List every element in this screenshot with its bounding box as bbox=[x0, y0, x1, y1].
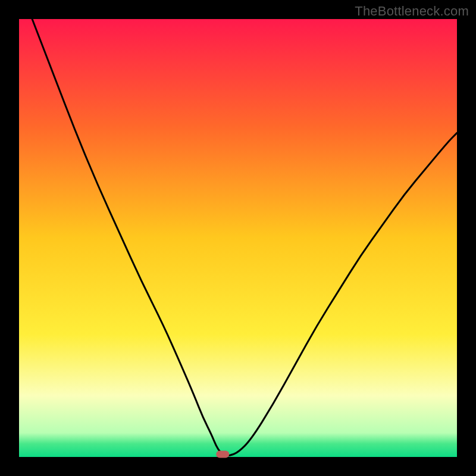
optimum-marker bbox=[216, 451, 229, 458]
bottleneck-chart bbox=[0, 0, 476, 476]
watermark-text: TheBottleneck.com bbox=[355, 4, 469, 19]
gradient-background bbox=[19, 19, 457, 457]
chart-frame: TheBottleneck.com bbox=[0, 0, 476, 476]
